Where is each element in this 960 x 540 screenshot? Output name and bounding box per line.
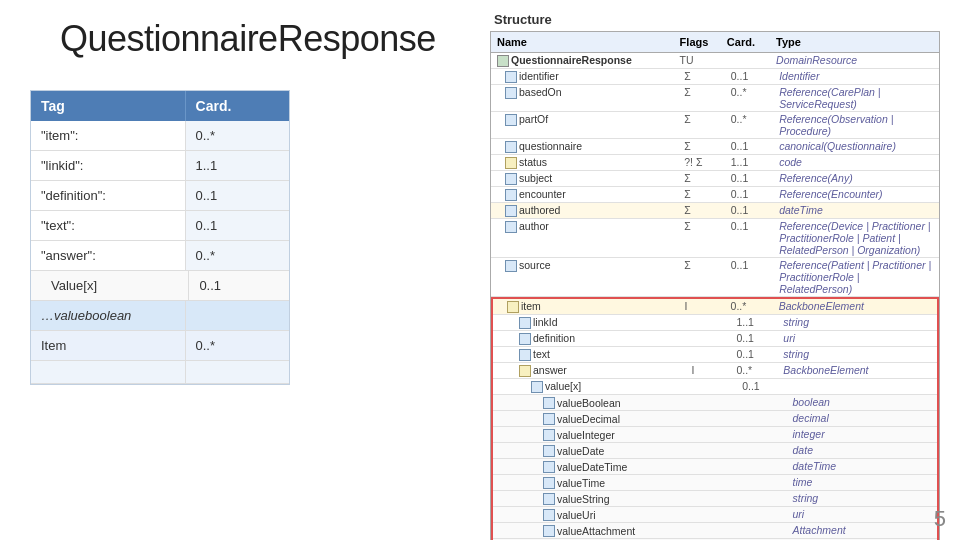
elem-icon (505, 205, 517, 217)
row-tag (31, 361, 186, 383)
highlight-row: definition 0..1 uri (493, 331, 937, 347)
highlight-row: answer I 0..* BackboneElement (493, 363, 937, 379)
table-row: "item": 0..* (31, 121, 289, 151)
elem-icon (543, 445, 555, 457)
sr-flags: TU (676, 53, 723, 67)
highlight-row: valueUri uri (493, 507, 937, 523)
structure-header: Name Flags Card. Type (491, 32, 939, 53)
elem-icon (519, 333, 531, 345)
structure-root-row: QuestionnaireResponse TU DomainResource (491, 53, 939, 69)
highlight-row: valueAttachment Attachment (493, 523, 937, 539)
table-row: "answer": 0..* (31, 241, 289, 271)
row-card: 0..* (186, 241, 289, 270)
sr-name: identifier (491, 69, 680, 84)
highlight-row: valueBoolean boolean (493, 395, 937, 411)
highlight-row: linkId 1..1 string (493, 315, 937, 331)
elem-icon (531, 381, 543, 393)
elem-icon (505, 141, 517, 153)
elem-icon (505, 87, 517, 99)
elem-icon (505, 157, 517, 169)
row-card: 1..1 (186, 151, 289, 180)
row-tag: Item (31, 331, 186, 360)
highlight-row: valueString string (493, 491, 937, 507)
row-card: 0..1 (186, 211, 289, 240)
sr-card (723, 53, 770, 55)
structure-title: Structure (490, 10, 955, 29)
right-panel: Structure Name Flags Card. Type Question… (490, 10, 955, 540)
elem-icon (519, 349, 531, 361)
sh-card: Card. (723, 34, 770, 50)
structure-row: questionnaire Σ 0..1 canonical(Questionn… (491, 139, 939, 155)
elem-icon (543, 477, 555, 489)
elem-icon (543, 493, 555, 505)
structure-row: encounter Σ 0..1 Reference(Encounter) (491, 187, 939, 203)
structure-row: identifier Σ 0..1 Identifier (491, 69, 939, 85)
table-row: "text": 0..1 (31, 211, 289, 241)
structure-row: author Σ 0..1 Reference(Device | Practit… (491, 219, 939, 258)
row-card: 0..1 (189, 271, 289, 300)
highlight-row: text 0..1 string (493, 347, 937, 363)
sh-flags: Flags (676, 34, 723, 50)
structure-row: basedOn Σ 0..* Reference(CarePlan | Serv… (491, 85, 939, 112)
structure-row-authored: authored Σ 0..1 dateTime (491, 203, 939, 219)
highlight-row: valueDate date (493, 443, 937, 459)
row-card: 0..* (186, 121, 289, 150)
table-row: "definition": 0..1 (31, 181, 289, 211)
root-name: QuestionnaireResponse (511, 54, 632, 66)
elem-icon (505, 260, 517, 272)
elem-icon (519, 317, 531, 329)
row-card: 0..* (186, 331, 289, 360)
elem-icon (505, 114, 517, 126)
elem-icon (543, 429, 555, 441)
row-tag: …valueboolean (31, 301, 186, 330)
table-row: Value[x] 0..1 (31, 271, 289, 301)
elem-icon (543, 397, 555, 409)
row-tag: "item": (31, 121, 186, 150)
elem-icon (519, 365, 531, 377)
structure-row: subject Σ 0..1 Reference(Any) (491, 171, 939, 187)
sr-type: DomainResource (770, 53, 939, 67)
row-tag: "answer": (31, 241, 186, 270)
left-panel: Tag Card. "item": 0..* "linkid": 1..1 "d… (30, 90, 290, 385)
col-tag-header: Tag (31, 91, 186, 121)
highlight-row: valueDateTime dateTime (493, 459, 937, 475)
table-row: …valueboolean (31, 301, 289, 331)
elem-icon (505, 221, 517, 233)
elem-icon (505, 173, 517, 185)
structure-row: partOf Σ 0..* Reference(Observation | Pr… (491, 112, 939, 139)
highlight-row: valueTime time (493, 475, 937, 491)
elem-icon (505, 71, 517, 83)
page-number: 5 (934, 506, 946, 532)
row-card (186, 301, 289, 330)
row-tag: "definition": (31, 181, 186, 210)
table-header: Tag Card. (31, 91, 289, 121)
elem-icon (543, 413, 555, 425)
highlight-row-item: item I 0..* BackboneElement (493, 299, 937, 315)
row-card: 0..1 (186, 181, 289, 210)
structure-box: Name Flags Card. Type QuestionnaireRespo… (490, 31, 940, 540)
elem-icon (507, 301, 519, 313)
col-card-header: Card. (186, 91, 289, 121)
table-row: "linkid": 1..1 (31, 151, 289, 181)
structure-row: status ?! Σ 1..1 code (491, 155, 939, 171)
row-tag: "linkid": (31, 151, 186, 180)
sh-name: Name (491, 34, 676, 50)
table-row-item: Item 0..* (31, 331, 289, 361)
sh-type: Type (770, 34, 939, 50)
highlight-row: valueDecimal decimal (493, 411, 937, 427)
elem-icon (505, 189, 517, 201)
highlight-row: value[x] 0..1 (493, 379, 937, 395)
elem-icon (543, 461, 555, 473)
highlight-row: valueInteger integer (493, 427, 937, 443)
elem-icon (543, 525, 555, 537)
sr-name: QuestionnaireResponse (491, 53, 676, 68)
row-tag: "text": (31, 211, 186, 240)
table-row-empty (31, 361, 289, 384)
highlighted-section: item I 0..* BackboneElement linkId 1..1 … (491, 297, 939, 540)
row-card (186, 361, 289, 383)
elem-icon (543, 509, 555, 521)
row-tag: Value[x] (31, 271, 189, 300)
structure-row: source Σ 0..1 Reference(Patient | Practi… (491, 258, 939, 297)
resource-icon (497, 55, 509, 67)
